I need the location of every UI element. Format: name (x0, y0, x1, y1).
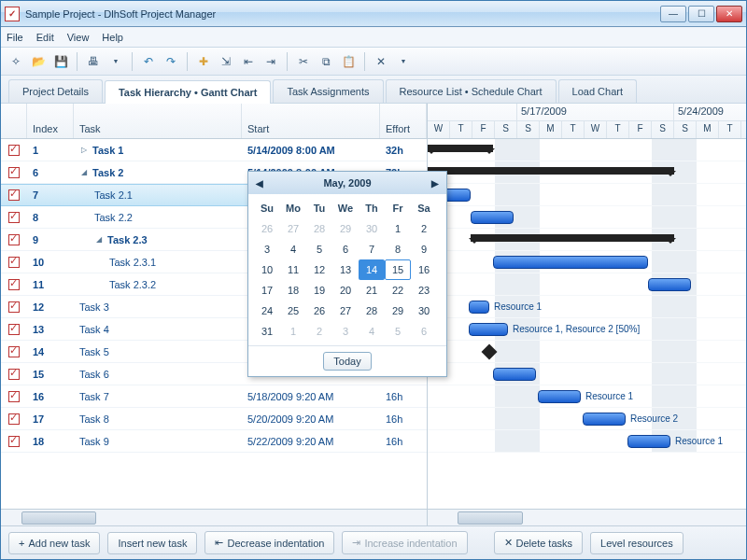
table-row[interactable]: 17Task 85/20/2009 9:20 AM16h (1, 408, 427, 430)
menu-help[interactable]: Help (102, 32, 123, 43)
minimize-button[interactable]: — (660, 6, 686, 22)
calendar-day[interactable]: 12 (306, 259, 332, 280)
check-icon[interactable] (8, 145, 20, 156)
expander-icon[interactable]: ▷ (79, 146, 89, 155)
calendar-day[interactable]: 2 (306, 321, 332, 342)
maximize-button[interactable]: ☐ (688, 6, 714, 22)
milestone[interactable] (482, 344, 498, 360)
calendar-day[interactable]: 10 (254, 259, 280, 280)
tab[interactable]: Task Hierarchy • Gantt Chart (105, 80, 272, 104)
footer-button[interactable]: ✕Delete tasks (494, 531, 584, 554)
calendar-day[interactable]: 4 (359, 321, 385, 342)
calendar-day[interactable]: 24 (254, 301, 280, 321)
col-task[interactable]: Task (74, 104, 242, 138)
delete-icon[interactable]: ✕ (372, 52, 390, 71)
gantt-bar[interactable] (471, 211, 514, 224)
calendar-day[interactable]: 9 (411, 239, 437, 259)
col-effort[interactable]: Effort (380, 104, 427, 138)
gantt-bar[interactable]: Resource 1 (538, 390, 581, 403)
cut-icon[interactable]: ✂ (294, 52, 313, 71)
calendar-day[interactable]: 21 (359, 280, 385, 301)
menu-edit[interactable]: Edit (36, 32, 54, 43)
calendar-day[interactable]: 7 (359, 239, 385, 259)
col-check[interactable] (1, 104, 27, 138)
calendar-day[interactable]: 5 (385, 321, 411, 342)
gantt-bar[interactable] (493, 256, 648, 269)
calendar-day[interactable]: 28 (359, 301, 385, 321)
tab[interactable]: Task Assignments (273, 79, 383, 103)
table-row[interactable]: 18Task 95/22/2009 9:20 AM16h (1, 430, 427, 453)
gantt-bar[interactable]: Resource 1, Resource 2 [50%] (469, 323, 508, 336)
gantt-bar[interactable] (471, 234, 674, 242)
calendar-day[interactable]: 25 (280, 301, 306, 321)
paste-icon[interactable]: 📋 (339, 52, 358, 71)
undo-icon[interactable]: ↶ (139, 52, 158, 71)
check-icon[interactable] (8, 234, 20, 245)
calendar-day[interactable]: 14 (359, 259, 385, 280)
footer-button[interactable]: Insert new task (107, 532, 197, 554)
insert-task-icon[interactable]: ⇲ (217, 52, 235, 71)
calendar-day[interactable]: 26 (254, 218, 280, 239)
cell-start[interactable]: 5/14/2009 8:00 AM (242, 145, 380, 156)
gantt-bar[interactable]: Resource 2 (583, 413, 626, 426)
check-icon[interactable] (8, 436, 20, 447)
calendar-day[interactable]: 5 (306, 239, 332, 259)
calendar-day[interactable]: 15 (385, 259, 411, 280)
cell-start[interactable]: 5/20/2009 9:20 AM (242, 413, 380, 425)
check-icon[interactable] (8, 167, 20, 178)
calendar-day[interactable]: 30 (411, 301, 437, 321)
cell-start[interactable]: 5/18/2009 9:20 AM (242, 391, 380, 402)
check-icon[interactable] (8, 369, 20, 380)
gantt-bar[interactable] (648, 278, 691, 291)
footer-button[interactable]: ⇤Decrease indentation (204, 531, 334, 554)
tab[interactable]: Project Details (8, 79, 103, 103)
calendar-day[interactable]: 28 (306, 218, 332, 239)
check-icon[interactable] (8, 212, 20, 223)
calendar-day[interactable]: 23 (411, 280, 437, 301)
calendar-day[interactable]: 11 (280, 259, 306, 280)
calendar-day[interactable]: 22 (385, 280, 411, 301)
calendar-day[interactable]: 26 (306, 301, 332, 321)
check-icon[interactable] (8, 346, 20, 357)
calendar-day[interactable]: 27 (280, 218, 306, 239)
calendar-day[interactable]: 8 (385, 239, 411, 259)
menu-view[interactable]: View (67, 32, 90, 43)
gantt-bar[interactable] (428, 145, 493, 152)
outdent-icon[interactable]: ⇤ (239, 52, 258, 71)
table-row[interactable]: 16Task 75/18/2009 9:20 AM16h (1, 385, 427, 408)
expander-icon[interactable]: ◢ (94, 235, 104, 245)
check-icon[interactable] (8, 257, 20, 268)
redo-icon[interactable]: ↷ (162, 52, 180, 71)
check-icon[interactable] (8, 279, 20, 290)
expander-icon[interactable]: ◢ (79, 168, 89, 177)
close-button[interactable]: ✕ (716, 6, 742, 22)
calendar-day[interactable]: 27 (332, 301, 359, 321)
footer-button[interactable]: +Add new task (8, 532, 100, 554)
menu-file[interactable]: File (7, 32, 23, 43)
table-row[interactable]: 1▷Task 15/14/2009 8:00 AM32h (1, 139, 427, 161)
grid-hscroll[interactable] (1, 509, 427, 525)
calendar-day[interactable]: 1 (280, 321, 306, 342)
gantt-body[interactable]: Resource 1Resource 1, Resource 2 [50%]Re… (428, 139, 746, 509)
gantt-bar[interactable] (428, 167, 674, 175)
calendar-day[interactable]: 20 (332, 280, 359, 301)
calendar-day[interactable]: 31 (254, 321, 280, 342)
footer-button[interactable]: Level resources (590, 532, 684, 554)
calendar-day[interactable]: 1 (385, 218, 411, 239)
save-icon[interactable]: 💾 (51, 52, 70, 71)
calendar-day[interactable]: 16 (411, 259, 437, 280)
calendar-day[interactable]: 19 (306, 280, 332, 301)
calendar-day[interactable]: 17 (254, 280, 280, 301)
calendar-day[interactable]: 6 (332, 239, 359, 259)
calendar-day[interactable]: 18 (280, 280, 306, 301)
calendar-day[interactable]: 3 (332, 321, 359, 342)
calendar-day[interactable]: 3 (254, 239, 280, 259)
gantt-bar[interactable]: Resource 1 (469, 301, 489, 314)
gantt-bar[interactable]: Resource 1 (627, 435, 670, 448)
next-month-button[interactable]: ▶ (431, 178, 439, 189)
copy-icon[interactable]: ⧉ (317, 52, 335, 71)
check-icon[interactable] (8, 391, 20, 402)
calendar-day[interactable]: 2 (411, 218, 437, 239)
tab[interactable]: Load Chart (558, 79, 637, 103)
calendar-day[interactable]: 4 (280, 239, 306, 259)
